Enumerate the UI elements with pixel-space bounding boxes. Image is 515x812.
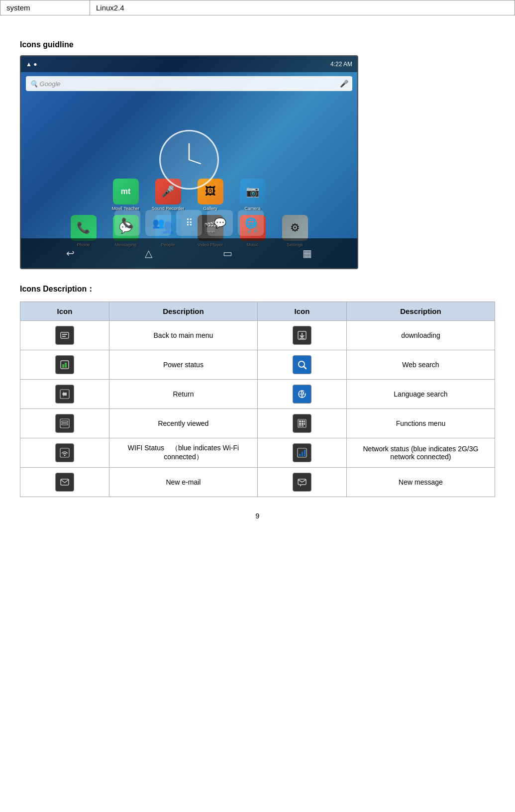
camera-icon: 📷: [240, 179, 266, 204]
svg-rect-2: [61, 332, 69, 338]
new-message-icon: [293, 473, 311, 492]
home-menu-icon: [55, 326, 74, 345]
screenshot-nav-icon: ▦: [303, 247, 312, 259]
svg-rect-27: [302, 423, 304, 425]
svg-rect-34: [299, 454, 301, 456]
icon-cell-return: [20, 380, 109, 409]
dock-browser-icon: 🌐: [238, 210, 264, 236]
power-status-icon: [55, 355, 74, 374]
language-search-icon: [293, 385, 311, 404]
desc-wifi-status: WIFI Status （blue indicates Wi-Fi connec…: [109, 438, 257, 468]
desc-functions-menu: Functions menu: [346, 409, 495, 438]
col-header-icon2: Icon: [258, 302, 347, 321]
icon-cell-email: [20, 468, 109, 497]
desc-recently-viewed: Recently viewed: [109, 409, 257, 438]
app-camera: 📷 Camera: [235, 179, 270, 211]
svg-line-12: [304, 367, 306, 369]
svg-point-17: [303, 392, 304, 393]
home-nav-icon: △: [145, 247, 152, 259]
dock-sms-icon: 💬: [207, 210, 233, 236]
google-label: 🔍 Google: [30, 80, 61, 88]
icon-cell-recent: [20, 409, 109, 438]
icon-cell-websearch: [258, 350, 347, 380]
svg-point-32: [64, 455, 65, 456]
icon-cell-functions-menu: [258, 409, 347, 438]
icon-cell-download: [258, 321, 347, 350]
icon-cell-language-search: [258, 380, 347, 409]
col-header-desc1: Description: [109, 302, 257, 321]
desc-language-search: Language search: [346, 380, 495, 409]
icon-cell-wifi: [20, 438, 109, 468]
desc-network-status: Network status (blue indicates 2G/3G net…: [346, 438, 495, 468]
svg-rect-19: [62, 421, 68, 422]
svg-rect-37: [61, 479, 69, 485]
mic-search-icon: 🎤: [340, 80, 348, 88]
svg-rect-28: [304, 423, 305, 425]
phone-search-bar: 🔍 Google 🎤: [26, 76, 352, 91]
desc-web-search: Web search: [346, 350, 495, 380]
functions-menu-icon: [293, 414, 311, 433]
icon-cell-power: [20, 350, 109, 380]
table-row: Return: [20, 380, 495, 409]
desc-return: Return: [109, 380, 257, 409]
system-value: Linux2.4: [90, 0, 515, 15]
clock-area: [21, 95, 357, 175]
desc-power-status: Power status: [109, 350, 257, 380]
downloading-icon: [293, 326, 311, 345]
dock-phone-icon: 📞: [114, 210, 140, 236]
icon-cell-message: [258, 468, 347, 497]
svg-rect-10: [65, 363, 67, 368]
icons-description-table: Icon Description Icon Description: [20, 302, 495, 497]
svg-rect-20: [62, 423, 68, 425]
wifi-status-icon: ▲ ●: [26, 61, 37, 68]
dock-contacts-icon: 👥: [145, 210, 171, 236]
table-row: Power status Web search: [20, 350, 495, 380]
svg-rect-23: [299, 420, 301, 422]
svg-rect-3: [62, 334, 67, 335]
col-header-icon1: Icon: [20, 302, 109, 321]
icons-guidline-title: Icons guidline: [20, 40, 495, 49]
icon-cell-home: [20, 321, 109, 350]
svg-rect-25: [304, 420, 305, 422]
clock-circle: [159, 130, 219, 190]
table-row: Recently viewed: [20, 409, 495, 438]
system-label: system: [0, 0, 90, 15]
recents-nav-icon: ▭: [223, 247, 232, 259]
desc-new-message: New message: [346, 468, 495, 497]
table-row: WIFI Status （blue indicates Wi-Fi connec…: [20, 438, 495, 468]
svg-line-1: [189, 160, 201, 164]
desc-new-email: New e-mail: [109, 468, 257, 497]
phone-time: 4:22 AM: [330, 61, 352, 68]
svg-point-15: [303, 391, 306, 394]
quick-dock: 📞 👥 ⠿ 💬 🌐: [21, 210, 357, 236]
network-status-icon: [293, 443, 311, 462]
desc-downloading: downloading: [346, 321, 495, 350]
table-row: New e-mail New message: [20, 468, 495, 497]
svg-rect-4: [62, 336, 66, 337]
icons-description-title: Icons Description：: [20, 284, 495, 295]
icon-cell-network: [258, 438, 347, 468]
table-row: Back to main menu downloading: [20, 321, 495, 350]
desc-back-main-menu: Back to main menu: [109, 321, 257, 350]
col-header-desc2: Description: [346, 302, 495, 321]
svg-marker-39: [300, 485, 302, 487]
movil-teacher-icon: mt: [113, 179, 139, 204]
phone-screenshot: ▲ ● 4:22 AM 🔍 Google 🎤 mt Movil Teacher: [20, 55, 358, 269]
bottom-nav-bar: ↩ △ ▭ ▦: [21, 238, 357, 268]
back-nav-icon: ↩: [66, 247, 75, 259]
svg-rect-35: [302, 452, 303, 456]
wifi-icon: [55, 443, 74, 462]
svg-rect-24: [302, 420, 304, 422]
phone-top-bar: ▲ ● 4:22 AM: [21, 56, 357, 72]
system-info-table: system Linux2.4: [0, 0, 515, 15]
web-search-icon: [293, 355, 311, 374]
app-movil-teacher: mt Movil Teacher: [108, 179, 143, 211]
svg-rect-29: [299, 425, 301, 426]
recently-viewed-icon: [55, 414, 74, 433]
svg-rect-36: [304, 450, 306, 456]
svg-rect-9: [62, 364, 64, 368]
svg-rect-26: [299, 423, 301, 425]
svg-rect-30: [302, 425, 304, 426]
new-email-icon: [55, 473, 74, 492]
dock-apps-icon: ⠿: [176, 210, 202, 236]
